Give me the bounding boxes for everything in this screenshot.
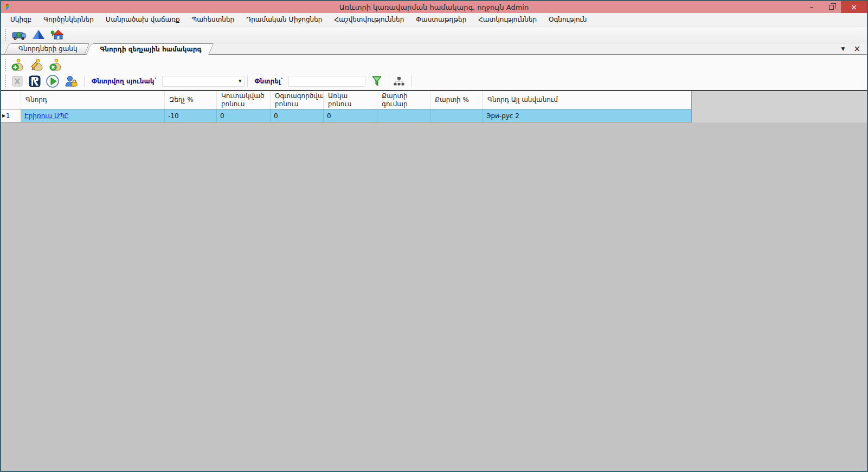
tabstrip-controls: ▼ × xyxy=(841,45,867,53)
cell-accumulated-bonus: 0 xyxy=(217,109,271,122)
window-controls: – × xyxy=(802,1,867,13)
maximize-button[interactable] xyxy=(821,1,841,13)
truck-upload-icon xyxy=(11,28,27,41)
tab-discount-system[interactable]: Գնորդի զեղչային համակարգ xyxy=(88,43,211,55)
toolbar-grip[interactable] xyxy=(4,59,7,71)
customers-grid: Գնորդ Զեղչ % Կուտակված բոնուս Օգտագործվա… xyxy=(1,90,867,471)
header-row-selector xyxy=(1,91,21,109)
cell-used-bonus: 0 xyxy=(271,109,324,122)
tab-list-dropdown-icon[interactable]: ▼ xyxy=(841,46,845,51)
hierarchy-icon xyxy=(393,75,405,87)
delete-record-button[interactable] xyxy=(48,56,65,73)
menu-item-properties[interactable]: Հատկություններ xyxy=(472,14,543,25)
menu-bar: Սկիզբ Գործընկերներ Մանրածախ վաճառք Պահես… xyxy=(1,13,867,27)
title-bar: Առևտրի կառավարման համակարգ, ողջույն Admi… xyxy=(1,1,867,13)
menu-item-help[interactable]: Օգնություն xyxy=(543,14,593,25)
row-selector-cell[interactable]: ▶ 1 xyxy=(1,109,21,122)
menu-item-reports[interactable]: Հաշվետվություններ xyxy=(328,14,410,25)
app-window: Առևտրի կառավարման համակարգ, ողջույն Admi… xyxy=(0,0,868,472)
customer-link[interactable]: Էրիռուս ՍՊԸ xyxy=(24,112,69,120)
excel-export-button xyxy=(10,74,25,89)
hierarchy-button[interactable] xyxy=(392,74,406,88)
row-number: 1 xyxy=(6,112,10,119)
user-permissions-button[interactable] xyxy=(63,73,79,89)
delete-record-icon xyxy=(49,57,63,72)
header-alt-name[interactable]: Գնորդ Այլ անվանում xyxy=(483,91,692,109)
grid-right-filler xyxy=(692,91,867,122)
search-input[interactable] xyxy=(288,76,365,87)
menu-item-documents[interactable]: Փաստաթղթեր xyxy=(410,14,472,25)
home-icon xyxy=(50,28,64,41)
fastreport-icon xyxy=(28,75,41,88)
toolbar-separator xyxy=(389,75,389,87)
toolbar-separator xyxy=(411,75,412,87)
edit-record-button[interactable] xyxy=(29,56,46,73)
add-record-button[interactable] xyxy=(10,56,27,73)
header-card-percent[interactable]: Քարտի % xyxy=(430,91,483,109)
run-button[interactable] xyxy=(44,73,61,89)
add-record-icon xyxy=(11,57,25,72)
record-toolbar xyxy=(1,55,867,74)
home-button[interactable] xyxy=(49,27,65,42)
toolbar-grip[interactable] xyxy=(4,75,7,87)
header-used-bonus[interactable]: Օգտագործված բոնուս xyxy=(271,91,324,109)
menu-item-home[interactable]: Սկիզբ xyxy=(4,14,37,25)
menu-item-cash[interactable]: Դրամական Միջոցներ xyxy=(240,14,328,25)
content-panel: Փնտրվող սյունակ` ▼ Փնտրել` xyxy=(1,55,867,471)
filter-column-label: Փնտրվող սյունակ` xyxy=(92,77,158,85)
filter-column-combobox[interactable]: ▼ xyxy=(162,76,245,87)
maximize-icon xyxy=(829,5,834,10)
search-label: Փնտրել` xyxy=(255,77,284,85)
apply-filter-button[interactable] xyxy=(370,74,384,89)
toolbar-grip[interactable] xyxy=(4,29,7,41)
header-discount[interactable]: Զեղչ % xyxy=(165,91,217,109)
tab-close-icon[interactable]: × xyxy=(853,45,860,53)
header-accumulated-bonus[interactable]: Կուտակված բոնուս xyxy=(217,91,271,109)
table-row[interactable]: ▶ 1 Էրիռուս ՍՊԸ -10 0 0 0 Эри-рус 2 xyxy=(1,109,692,122)
tab-label: Գնորդի զեղչային համակարգ xyxy=(100,46,202,53)
run-icon xyxy=(46,74,60,88)
pyramid-icon xyxy=(31,28,46,41)
user-permissions-icon xyxy=(64,74,78,88)
toolbar-separator xyxy=(84,75,85,87)
edit-record-icon xyxy=(30,57,44,72)
fastreport-button[interactable] xyxy=(27,74,42,89)
filter-toolbar: Փնտրվող սյունակ` ▼ Փնտրել` xyxy=(1,74,867,89)
cell-discount: -10 xyxy=(165,109,217,122)
header-card-amount[interactable]: Քարտի գումար xyxy=(377,91,430,109)
pyramid-button[interactable] xyxy=(30,27,47,42)
tab-strip: Գնորդների ցանկ Գնորդի զեղչային համակարգ … xyxy=(1,43,867,55)
tab-label: Գնորդների ցանկ xyxy=(18,45,78,53)
grid-header-row: Գնորդ Զեղչ % Կուտակված բոնուս Օգտագործվա… xyxy=(1,91,692,109)
cell-customer: Էրիռուս ՍՊԸ xyxy=(21,109,165,122)
chevron-down-icon: ▼ xyxy=(239,79,241,83)
tab-customers-list[interactable]: Գնորդների ցանկ xyxy=(7,43,87,54)
truck-upload-button[interactable] xyxy=(10,27,28,42)
header-customer[interactable]: Գնորդ xyxy=(21,91,165,109)
filter-funnel-icon xyxy=(371,75,383,88)
main-toolbar xyxy=(1,27,867,43)
close-button[interactable]: × xyxy=(841,1,867,13)
toolbar-separator xyxy=(247,75,248,87)
window-title: Առևտրի կառավարման համակարգ, ողջույն Admi… xyxy=(1,3,867,11)
header-available-bonus[interactable]: Առկա բոնուս xyxy=(324,91,377,109)
menu-item-retail[interactable]: Մանրածախ վաճառք xyxy=(100,14,186,25)
cell-available-bonus: 0 xyxy=(324,109,377,122)
grid-table: Գնորդ Զեղչ % Կուտակված բոնուս Օգտագործվա… xyxy=(1,91,692,122)
menu-item-partners[interactable]: Գործընկերներ xyxy=(37,14,100,25)
cell-alt-name: Эри-рус 2 xyxy=(483,109,692,122)
excel-export-icon xyxy=(11,75,24,88)
cell-card-amount xyxy=(377,109,430,122)
menu-item-warehouses[interactable]: Պահեստներ xyxy=(186,14,241,25)
minimize-button[interactable]: – xyxy=(802,1,821,13)
cell-card-percent xyxy=(430,109,483,122)
current-row-marker-icon: ▶ xyxy=(2,113,5,118)
